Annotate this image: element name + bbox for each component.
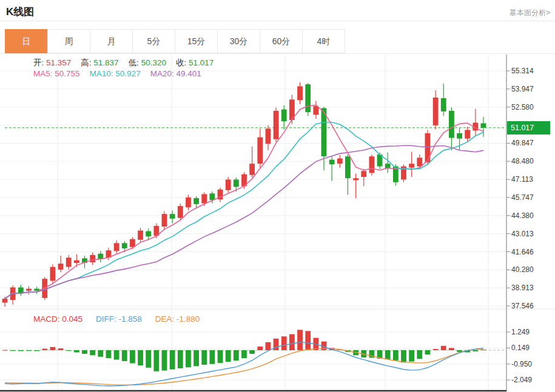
y-axis-tick: 48.480 [511,157,534,165]
legend-item: 低: 50.320 [129,58,166,67]
legend-item: MA20: 49.401 [150,69,201,78]
y-axis-tick: -2.049 [511,376,532,384]
ohlc-legend: 开: 51.357高: 51.837低: 50.320收: 51.017 [33,58,223,68]
y-axis-tick: 52.580 [511,103,534,111]
y-axis-tick: 45.747 [511,193,534,202]
ma-legend: MA5: 50.755MA10: 50.927MA20: 49.401 [33,69,211,78]
y-axis-tick: 55.314 [511,67,534,75]
legend-item: 收: 51.017 [176,58,214,67]
legend-item: MA10: 50.927 [90,69,141,78]
y-axis-tick: 47.113 [511,175,533,184]
current-price-tag: 51.017 [507,121,550,135]
legend-item: 开: 51.357 [33,58,71,67]
macd-legend: MACD: 0.045DIFF: -1.858DEA: -1.880 [33,314,213,324]
y-axis-tick: 49.847 [511,139,534,147]
y-axis-tick: 37.546 [511,302,534,310]
legend-item: DEA: -1.880 [155,314,200,324]
y-axis-tick: 44.380 [511,211,534,220]
y-axis-tick: 0.149 [511,344,530,352]
y-axis-tick: 53.947 [511,85,534,93]
y-axis-tick: 43.013 [511,230,534,238]
legend-item: 高: 51.837 [81,58,118,67]
y-axis-tick: -0.950 [511,360,532,368]
y-axis-tick: 38.913 [511,284,534,292]
kline-panel: K线图 基本面分析> 日周月5分15分30分60分4时 开: 51.357高: … [0,0,555,392]
legend-item: MACD: 0.045 [33,314,82,324]
y-axis-tick: 41.646 [511,248,534,256]
y-axis-tick: 40.280 [511,265,534,274]
legend-item: DIFF: -1.858 [96,314,142,324]
y-axis-tick: 1.249 [511,328,530,336]
legend-item: MA5: 50.755 [33,69,80,78]
